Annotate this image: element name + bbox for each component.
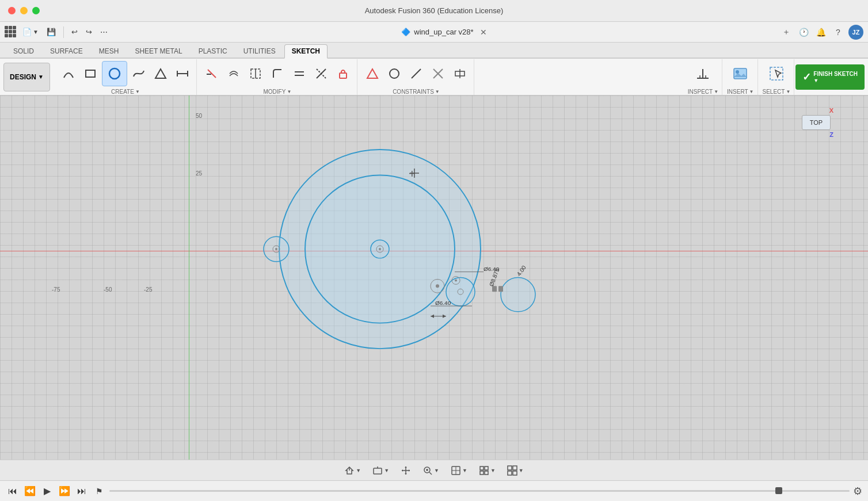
circle-tool[interactable] [102,61,127,86]
axis-x-label: X [829,107,833,114]
maximize-button[interactable] [32,7,40,14]
skip-start-button[interactable]: ⏮ [6,484,20,498]
insert-group: INSERT ▼ [724,59,757,95]
timeline-marker[interactable] [775,487,782,494]
inspect-group: INSPECT ▼ [684,59,722,95]
insert-label: INSERT [727,89,748,95]
modify-label-row: MODIFY ▼ [264,89,292,95]
fit-button[interactable]: ▼ [369,464,393,477]
file-button[interactable]: 📄 ▼ [20,26,41,38]
pan-button[interactable] [397,464,414,477]
user-avatar[interactable]: JZ [848,25,863,40]
zoom-button[interactable]: ▼ [419,464,443,477]
modify-group: MODIFY ▼ [198,59,357,95]
select-label-row: SELECT ▼ [763,89,791,95]
tab-solid[interactable]: SOLID [6,44,41,58]
polygon-tool[interactable] [150,63,171,84]
design-dropdown-icon: ▼ [38,74,44,80]
settings-icon[interactable]: ⚙ [853,485,862,498]
minimize-button[interactable] [20,7,28,14]
view-top-face[interactable]: TOP [802,115,831,130]
svg-text:4.00: 4.00 [516,264,527,277]
circle-constraint[interactable] [384,63,405,84]
measure-tool[interactable] [692,63,713,84]
rectangle-tool[interactable] [80,63,101,84]
spline-tool[interactable] [128,63,149,84]
tab-sheet-metal[interactable]: SHEET METAL [127,44,189,58]
line-tool[interactable] [172,63,193,84]
app-title: Autodesk Fusion 360 (Education License) [365,6,504,15]
step-forward-button[interactable]: ⏩ [58,484,71,498]
trim-tool[interactable] [201,63,222,84]
notification-icon[interactable]: 🔔 [814,25,828,39]
grid-dropdown: ▼ [490,468,496,473]
tab-plastic[interactable]: PLASTIC [191,44,235,58]
display-mode-button[interactable]: ▼ [447,464,471,477]
timeline-marker-button[interactable]: ⚑ [92,484,106,498]
equal-tool[interactable] [289,63,310,84]
extend-constraint[interactable] [450,63,470,84]
window-controls [8,7,40,14]
lock-tool[interactable] [333,63,353,84]
redo-button[interactable]: ↪ [83,26,95,38]
create-tools [58,59,193,89]
save-icon: 💾 [47,28,56,36]
step-back-button[interactable]: ⏪ [23,484,37,498]
module-tabs: SOLID SURFACE MESH SHEET METAL PLASTIC U… [0,43,868,59]
svg-rect-16 [340,73,347,78]
grid-button[interactable]: ▼ [475,464,499,477]
main-toolbar: 📄 ▼ 💾 ↩ ↪ ⋯ 🔷 wind_up_car v28* ✕ ＋ 🕐 [0,22,868,43]
select-tool[interactable] [766,63,787,84]
viewport-button[interactable]: ▼ [504,464,527,477]
svg-marker-2 [155,69,166,78]
inspect-tools [692,59,713,89]
triangle-constraint[interactable] [362,63,383,84]
timeline[interactable] [109,490,850,492]
tab-sketch[interactable]: SKETCH [284,44,328,59]
design-dropdown[interactable]: DESIGN ▼ [3,63,50,91]
constraints-label: CONSTRAINTS [393,89,434,95]
canvas-area[interactable]: -75 -50 -25 25 50 [0,95,868,460]
svg-rect-74 [485,471,488,475]
help-icon[interactable]: ? [831,25,845,39]
x-constraint[interactable] [428,63,448,84]
close-file-button[interactable]: ✕ [478,27,489,37]
camera-dropdown: ▼ [356,468,361,473]
finish-sketch-button[interactable]: ✓ FINISH SKETCH ▼ [795,64,865,90]
arc-tool[interactable] [58,63,79,84]
undo-button[interactable]: ↩ [68,26,81,38]
view-cube: X TOP Z [799,107,833,141]
skip-end-button[interactable]: ⏭ [75,484,89,498]
app-menu-icon[interactable] [5,26,17,39]
svg-point-57 [455,279,457,281]
svg-rect-0 [86,70,95,77]
svg-point-37 [275,248,277,250]
save-button[interactable]: 💾 [44,26,59,38]
file-icon: 📄 [22,28,32,36]
close-button[interactable] [8,7,16,14]
select-label: SELECT [763,89,785,95]
file-dropdown-icon: ▼ [33,29,39,35]
play-button[interactable]: ▶ [40,484,54,498]
svg-point-41 [501,278,535,312]
ribbon: DESIGN ▼ [0,59,868,95]
tab-utilities[interactable]: UTILITIES [236,44,283,58]
more-icon: ⋯ [100,28,108,36]
constraints-dropdown-icon: ▼ [435,89,440,94]
more-button[interactable]: ⋯ [97,26,111,38]
tab-mesh[interactable]: MESH [92,44,127,58]
offset-tool[interactable] [223,63,244,84]
clock-icon[interactable]: 🕐 [797,25,810,39]
project-tool[interactable] [245,63,266,84]
fillet-tool[interactable] [267,63,288,84]
svg-rect-78 [513,471,517,475]
camera-button[interactable]: ▼ [341,464,364,477]
diagonal-tool[interactable] [311,63,332,84]
diagonal-constraint[interactable] [406,63,427,84]
sketch-geometry: Ø6.40 Ø8.875 4.00 Ø6.40 [0,95,868,460]
add-tab-button[interactable]: ＋ [779,25,793,39]
image-insert-tool[interactable] [730,63,751,84]
modify-tools [201,59,353,89]
tab-surface[interactable]: SURFACE [43,44,90,58]
select-dropdown-icon: ▼ [786,89,790,94]
